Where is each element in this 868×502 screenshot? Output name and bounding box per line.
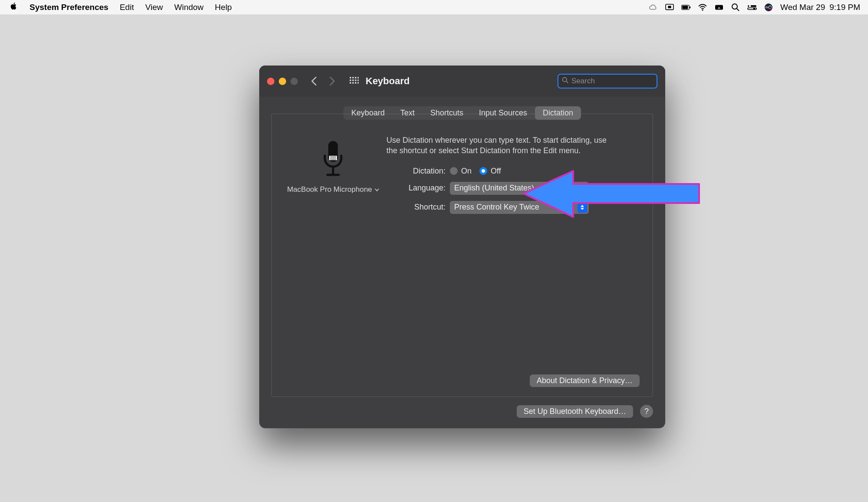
menu-app-name[interactable]: System Preferences [30, 3, 109, 12]
tabbar: Keyboard Text Shortcuts Input Sources Di… [259, 106, 665, 120]
svg-point-21 [355, 79, 356, 81]
apple-icon[interactable] [10, 2, 18, 13]
show-all-button[interactable] [347, 74, 361, 89]
svg-rect-4 [690, 6, 690, 8]
shortcut-label: Shortcut: [386, 203, 450, 212]
settings-column: Use Dictation wherever you can type text… [383, 135, 641, 389]
menu-help[interactable]: Help [215, 3, 232, 12]
svg-point-15 [350, 77, 351, 79]
svg-point-24 [352, 82, 354, 84]
svg-text:A: A [718, 6, 720, 10]
svg-point-22 [357, 79, 359, 81]
svg-point-16 [352, 77, 354, 79]
menubar-right: A Wed Mar 29 9:19 PM [648, 3, 860, 12]
chevron-down-icon [375, 185, 379, 194]
search-icon [562, 77, 569, 85]
traffic-lights [267, 78, 298, 85]
cloud-icon[interactable] [648, 3, 658, 12]
svg-point-23 [350, 82, 351, 84]
menubar-date: Wed Mar 29 [780, 3, 825, 12]
svg-point-8 [732, 4, 737, 9]
zoom-window-button[interactable] [290, 78, 298, 85]
svg-line-9 [737, 9, 739, 11]
nav-arrows [307, 74, 340, 89]
language-value: English (United States) [454, 184, 534, 193]
tab-shortcuts[interactable]: Shortcuts [422, 106, 471, 120]
svg-point-12 [749, 5, 751, 7]
microphone-label: MacBook Pro Microphone [287, 185, 372, 194]
svg-point-20 [352, 79, 354, 81]
tab-input-sources[interactable]: Input Sources [471, 106, 535, 120]
close-window-button[interactable] [267, 78, 274, 85]
search-input[interactable] [571, 77, 663, 85]
dictation-description: Use Dictation wherever you can type text… [386, 135, 612, 156]
menu-view[interactable]: View [145, 3, 163, 12]
radio-off-label: Off [491, 167, 501, 176]
microphone-selector[interactable]: MacBook Pro Microphone [287, 185, 379, 194]
menubar-left: System Preferences Edit View Window Help [10, 2, 232, 13]
menubar-time: 9:19 PM [829, 3, 860, 12]
radio-dot-off [479, 167, 487, 175]
svg-point-25 [355, 82, 356, 84]
svg-rect-3 [682, 6, 688, 9]
menubar: System Preferences Edit View Window Help… [0, 0, 868, 15]
preferences-window: Keyboard Keyboard Text Shortcuts Input S… [259, 66, 665, 428]
svg-point-19 [350, 79, 351, 81]
search-field[interactable] [558, 74, 657, 89]
svg-point-18 [357, 77, 359, 79]
siri-icon[interactable] [764, 3, 773, 12]
row-shortcut: Shortcut: Press Control Key Twice [386, 201, 641, 214]
shortcut-popup[interactable]: Press Control Key Twice [450, 201, 589, 214]
svg-point-27 [563, 78, 567, 82]
menu-edit[interactable]: Edit [120, 3, 134, 12]
svg-point-5 [702, 9, 703, 10]
tabbar-inner: Keyboard Text Shortcuts Input Sources Di… [343, 106, 581, 120]
window-titlebar: Keyboard [259, 66, 665, 97]
menu-window[interactable]: Window [174, 3, 204, 12]
battery-icon[interactable] [681, 3, 691, 12]
spotlight-icon[interactable] [731, 3, 740, 12]
help-button[interactable]: ? [640, 405, 653, 418]
tab-keyboard[interactable]: Keyboard [343, 106, 393, 120]
microphone-icon [320, 140, 347, 181]
stepper-icon [578, 183, 587, 194]
dictation-radio-group: On Off [450, 167, 501, 176]
minimize-window-button[interactable] [279, 78, 286, 85]
control-center-icon[interactable] [747, 3, 757, 12]
setup-bluetooth-keyboard-button[interactable]: Set Up Bluetooth Keyboard… [517, 405, 633, 418]
svg-point-26 [357, 82, 359, 84]
microphone-column: MacBook Pro Microphone [283, 140, 383, 389]
tab-text[interactable]: Text [393, 106, 422, 120]
language-label: Language: [386, 184, 450, 193]
forward-button[interactable] [325, 74, 340, 89]
screen-mirror-icon[interactable] [665, 3, 674, 12]
radio-on-label: On [461, 167, 472, 176]
menubar-datetime[interactable]: Wed Mar 29 9:19 PM [780, 3, 860, 12]
row-dictation: Dictation: On Off [386, 167, 641, 176]
about-dictation-button[interactable]: About Dictation & Privacy… [530, 374, 640, 387]
shortcut-value: Press Control Key Twice [454, 203, 539, 212]
language-popup[interactable]: English (United States) [450, 182, 589, 195]
stepper-icon [578, 202, 587, 213]
tab-dictation[interactable]: Dictation [535, 106, 581, 120]
dictation-pane: MacBook Pro Microphone Use Dictation whe… [271, 114, 653, 397]
row-language: Language: English (United States) [386, 182, 641, 195]
svg-point-13 [753, 7, 756, 10]
svg-point-17 [355, 77, 356, 79]
svg-rect-1 [668, 6, 671, 8]
back-button[interactable] [307, 74, 321, 89]
window-title: Keyboard [366, 75, 409, 87]
wifi-icon[interactable] [698, 3, 707, 12]
radio-dot-on [450, 167, 458, 175]
window-footer: Set Up Bluetooth Keyboard… ? [259, 405, 665, 428]
keyboard-layout-icon[interactable]: A [714, 3, 724, 12]
svg-line-28 [566, 81, 568, 83]
dictation-label: Dictation: [386, 167, 450, 176]
radio-dictation-on[interactable]: On [450, 167, 472, 176]
radio-dictation-off[interactable]: Off [479, 167, 501, 176]
